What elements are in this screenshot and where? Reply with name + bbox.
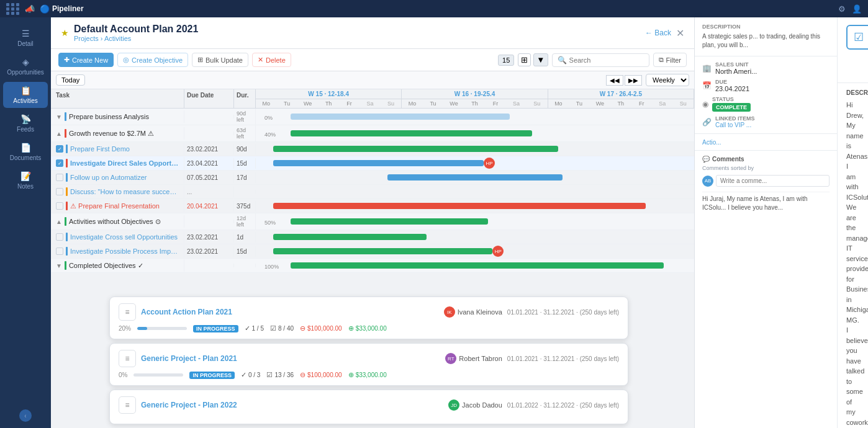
priority-indicator — [65, 217, 66, 226]
task-checkbox[interactable] — [56, 174, 63, 181]
sidebar-item-documents[interactable]: 📄 Documents — [3, 139, 48, 165]
gantt-week-17-days: MoTuWeThFrSaSu — [548, 99, 694, 108]
sidebar-item-notes[interactable]: 📝 Notes — [3, 167, 48, 194]
task-link-discuss[interactable]: Discuss: "How to measure success metrics… — [70, 188, 179, 195]
view-period-select[interactable]: Weekly — [646, 74, 689, 86]
status-badge-1: IN PROGRESS — [189, 372, 235, 379]
task-link-investigate-direct[interactable]: Investigate Direct Sales Opportunities — [70, 159, 179, 167]
task-link-follow-up[interactable]: Follow up on Automatizer — [70, 174, 147, 181]
task-checkbox[interactable] — [56, 233, 63, 241]
gantt-bar-final — [256, 199, 694, 213]
task-type-icon: ☑ — [846, 25, 868, 50]
task-checkbox[interactable]: ✓ — [56, 145, 63, 153]
task-checkbox[interactable] — [56, 247, 63, 255]
gantt-task-process-improvements: Investigate Possible Process Improvement… — [51, 244, 694, 259]
app-logo: 🔵 Pipeliner — [40, 4, 84, 14]
task-checkbox[interactable]: ✓ — [56, 159, 63, 167]
settings-icon[interactable]: ⚙ — [838, 4, 846, 14]
nav-prev-btn[interactable]: ◀◀ — [606, 75, 623, 86]
priority-indicator — [66, 173, 68, 182]
plan-card-title-2[interactable]: Generic Project - Plan 2022 — [141, 401, 443, 409]
sidebar-collapse-btn[interactable]: ‹ — [19, 409, 32, 422]
actual-icon: ⊕ — [348, 324, 354, 332]
view-list-btn[interactable]: ▼ — [533, 53, 548, 66]
link-icon: 🔗 — [702, 118, 712, 127]
megaphone-icon: 📣 — [25, 4, 35, 14]
gantt-week-15: W 15 · 12-18.4 MoTuWeThFrSaSu — [256, 89, 402, 108]
group-toggle-without-obj[interactable]: ▲ — [56, 218, 62, 225]
plan-card-title-0[interactable]: Account Action Plan 2021 — [141, 308, 439, 316]
breadcrumb: Projects › Activities — [74, 35, 198, 42]
plan-card-title-1[interactable]: Generic Project - Plan 2021 — [141, 354, 440, 363]
checkbox-icon: ☑ — [270, 324, 276, 332]
panel-header: ☑ Task Investigate Direct Sales... Modif… — [838, 17, 868, 83]
gantt-group-growth-revenue: ▲ Growth revenue to $2.7M ⚠ 63d left 40% — [51, 125, 694, 142]
task-link-cross-sell[interactable]: Investigate Cross sell Opportunities — [70, 233, 178, 241]
task-assignee-avatar: HP — [492, 246, 504, 257]
group-toggle-growth[interactable]: ▲ — [56, 130, 62, 137]
sidebar-item-feeds[interactable]: 📡 Feeds — [3, 110, 48, 136]
sidebar-item-detail[interactable]: ☰ Detail — [3, 25, 48, 51]
owner-avatar: IK — [444, 306, 455, 318]
task-link-final[interactable]: ⚠ Prepare Final Presentation — [70, 202, 160, 210]
priority-indicator — [66, 202, 68, 210]
user-icon[interactable]: 👤 — [852, 4, 862, 14]
gantt-bar-process: HP — [256, 244, 694, 258]
priority-indicator — [65, 261, 66, 270]
bulk-update-button[interactable]: ⊞ Bulk Update — [192, 53, 248, 67]
quick-field-sales-unit: 🏢 SALES UNIT North Ameri... 📅 DUE 23.04.… — [695, 56, 837, 134]
today-button[interactable]: Today — [56, 74, 85, 86]
plan-card-dates-1: 01.01.2021 · 31.12.2021 · (250 days left… — [507, 355, 619, 362]
action-link[interactable]: Actio... — [702, 139, 721, 146]
actual-icon: ⊕ — [348, 371, 354, 379]
check-circle-icon: ✓ — [245, 324, 250, 332]
plan-card-icon: ≡ — [119, 396, 136, 414]
actual-meta: ⊕ $33,000.00 — [348, 324, 387, 332]
task-link-process[interactable]: Investigate Possible Process Improvement… — [70, 247, 179, 255]
detail-icon: ☰ — [22, 29, 30, 38]
budget-icon: ⊖ — [300, 371, 305, 379]
gantt-group-prepare-business: ▼ Prepare business Analysis 90d left 0% — [51, 109, 694, 125]
priority-indicator — [66, 233, 68, 241]
group-toggle-completed[interactable]: ▼ — [56, 262, 62, 269]
filter-icon: ⧉ — [659, 56, 664, 64]
gantt-nav-right: ◀◀ ▶▶ Weekly — [606, 74, 689, 86]
filter-button[interactable]: ⧉ Filter — [653, 53, 687, 67]
favorite-star-icon[interactable]: ★ — [61, 28, 69, 38]
search-box: 🔍 — [552, 53, 649, 67]
sidebar-item-activities[interactable]: 📋 Activities — [3, 82, 48, 108]
delete-button[interactable]: ✕ Delete — [252, 53, 291, 67]
task-detail-panel: DESCRIPTION A strategic sales p... to tr… — [694, 17, 868, 428]
plan-card-meta-1: 0% IN PROGRESS ✓ 0 / 3 ☑ 13 / 36 ⊖ — [119, 371, 619, 379]
search-input[interactable] — [569, 56, 644, 64]
task-checkbox[interactable] — [56, 188, 63, 195]
plan-card-owner-1: RT Robert Tabron — [445, 353, 502, 364]
sidebar-item-opportunities[interactable]: ◈ Opportunities — [3, 53, 48, 79]
gantt-group-completed: ▼ Completed Objectives ✓ 100% — [51, 259, 694, 273]
gantt-task-final-presentation: ⚠ Prepare Final Presentation 20.04.2021 … — [51, 199, 694, 213]
group-toggle-prepare-business[interactable]: ▼ — [56, 114, 62, 120]
plan-card-0: ≡ Account Action Plan 2021 IK Ivana Klei… — [109, 296, 628, 339]
gantt-week-17: W 17 · 26.4-2.5 MoTuWeThFrSaSu — [548, 89, 694, 108]
gantt-week-15-days: MoTuWeThFrSaSu — [256, 99, 401, 108]
create-new-button[interactable]: ✚ Create New — [58, 53, 114, 67]
plan-card-dates-2: 01.01.2022 · 31.12.2022 · (250 days left… — [507, 402, 619, 409]
toolbar-right: 15 ⊞ ▼ 🔍 ⧉ Filter — [498, 53, 687, 67]
priority-indicator — [65, 112, 66, 121]
close-button[interactable]: ✕ — [676, 27, 684, 39]
gantt-week-16-days: MoTuWeThFrSaSu — [402, 99, 547, 108]
task-checkbox[interactable] — [56, 202, 63, 210]
view-gantt-btn[interactable]: ⊞ — [518, 53, 531, 66]
comment-input-mini[interactable] — [716, 175, 830, 187]
feeds-icon: 📡 — [20, 114, 31, 124]
back-button[interactable]: ← Back — [645, 29, 671, 37]
priority-indicator — [66, 187, 68, 196]
priority-indicator — [65, 129, 66, 138]
create-objective-button[interactable]: ◎ Create Objective — [117, 53, 188, 67]
nav-next-btn[interactable]: ▶▶ — [625, 75, 642, 86]
gantt-nav: Today ◀◀ ▶▶ Weekly — [51, 71, 694, 89]
gantt-task-investigate-direct: ✓ Investigate Direct Sales Opportunities… — [51, 156, 694, 171]
gantt-bar-without-obj: 50% — [256, 215, 694, 228]
status-badge-0: IN PROGRESS — [193, 325, 238, 332]
task-link-prepare-demo[interactable]: Prepare First Demo — [70, 145, 130, 153]
